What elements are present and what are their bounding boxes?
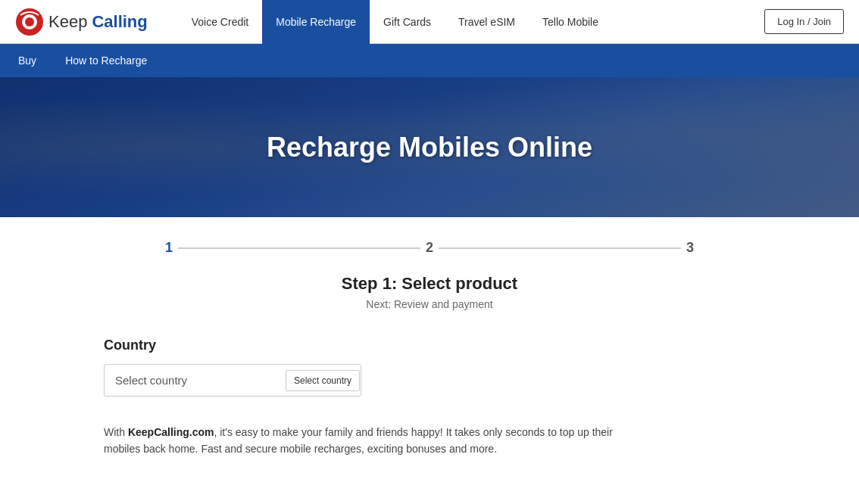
- main-content: 1 2 3 Step 1: Select product Next: Revie…: [89, 217, 770, 488]
- description-brand: KeepCalling.com: [128, 426, 214, 438]
- description-text-before: With: [104, 426, 128, 438]
- nav-item-gift-cards[interactable]: Gift Cards: [370, 0, 445, 44]
- step-indicator: 1 2 3: [104, 240, 755, 256]
- header: KeepCalling Voice Credit Mobile Recharge…: [0, 0, 859, 44]
- step-title: Step 1: Select product: [104, 274, 755, 294]
- step-3-number: 3: [681, 240, 699, 256]
- step-subtitle: Next: Review and payment: [104, 298, 755, 310]
- logo-icon: [15, 8, 44, 36]
- country-select-wrapper: Select country Select country: [104, 364, 361, 397]
- country-label: Country: [104, 338, 755, 353]
- sub-nav-item-buy[interactable]: Buy: [15, 44, 39, 77]
- sub-nav: Buy How to Recharge: [0, 44, 859, 77]
- logo[interactable]: KeepCalling: [15, 8, 148, 36]
- sub-nav-item-how-to-recharge[interactable]: How to Recharge: [62, 44, 150, 77]
- logo-text-keep: Keep: [48, 12, 87, 32]
- nav-item-mobile-recharge[interactable]: Mobile Recharge: [262, 0, 370, 44]
- main-nav: Voice Credit Mobile Recharge Gift Cards …: [178, 0, 844, 43]
- step-line-1: [178, 247, 420, 249]
- hero-title: Recharge Mobiles Online: [267, 132, 592, 163]
- step-line-2: [439, 247, 681, 249]
- nav-item-travel-esim[interactable]: Travel eSIM: [445, 0, 529, 44]
- step-1-number: 1: [160, 240, 178, 256]
- hero-banner: Recharge Mobiles Online: [0, 77, 859, 217]
- description: With KeepCalling.com, it's easy to make …: [104, 424, 634, 458]
- select-country-button[interactable]: Select country: [286, 370, 360, 391]
- login-button[interactable]: Log In / Join: [764, 9, 844, 34]
- step-2-number: 2: [420, 240, 439, 256]
- nav-item-voice-credit[interactable]: Voice Credit: [178, 0, 262, 44]
- logo-text-calling: Calling: [92, 12, 147, 32]
- nav-item-tello-mobile[interactable]: Tello Mobile: [529, 0, 612, 44]
- svg-point-2: [25, 17, 34, 26]
